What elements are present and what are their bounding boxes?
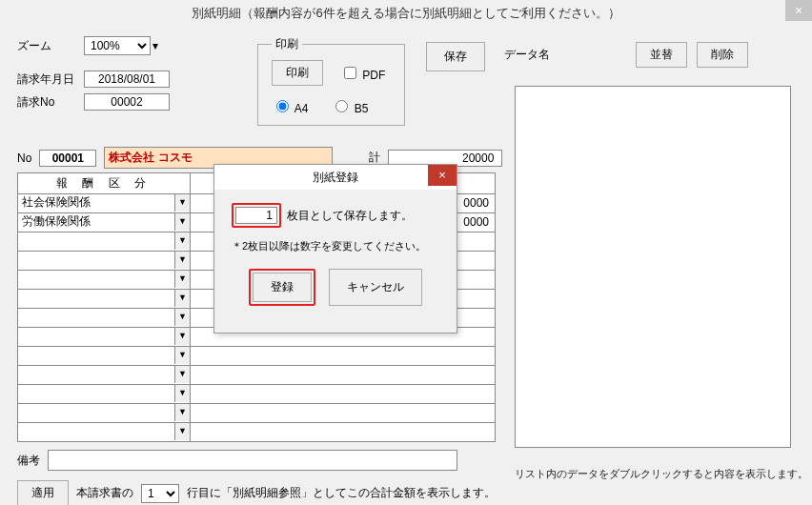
kubun-select[interactable]: 労働保険関係▼ <box>17 213 191 232</box>
chevron-down-icon[interactable]: ▼ <box>174 194 190 212</box>
amount-cell[interactable] <box>191 347 496 366</box>
kubun-select[interactable]: ▼ <box>17 385 191 404</box>
kubun-select[interactable]: ▼ <box>17 347 191 366</box>
chevron-down-icon[interactable]: ▼ <box>174 213 190 231</box>
delete-button[interactable]: 削除 <box>697 42 748 68</box>
dialog-note: ＊2枚目以降は数字を変更してください。 <box>232 239 439 253</box>
print-legend: 印刷 <box>272 36 302 52</box>
register-highlight: 登録 <box>249 269 315 306</box>
close-icon[interactable]: × <box>785 0 812 21</box>
pdf-checkbox[interactable] <box>344 67 356 79</box>
window-titlebar: 別紙明細（報酬内容が6件を超える場合に別紙明細としてご利用ください。） × <box>0 0 812 27</box>
amount-cell[interactable] <box>191 404 496 423</box>
header-kubun: 報 酬 区 分 <box>17 172 191 194</box>
biko-label: 備考 <box>17 453 40 469</box>
chevron-down-icon[interactable]: ▼ <box>174 347 190 364</box>
biko-input[interactable] <box>48 450 457 471</box>
kubun-select[interactable]: ▼ <box>17 271 191 290</box>
bottom-text-b: 行目に「別紙明細参照」としてこの合計金額を表示します。 <box>187 485 496 501</box>
print-group: 印刷 印刷 PDF A4 B5 <box>257 36 405 126</box>
chevron-down-icon[interactable]: ▼ <box>174 328 190 345</box>
b5-radio-label[interactable]: B5 <box>331 97 368 115</box>
chevron-down-icon[interactable]: ▾ <box>152 39 158 52</box>
no-label: No <box>17 152 31 165</box>
dialog-titlebar: 別紙登録 × <box>214 165 457 190</box>
no-value[interactable]: 00001 <box>39 150 96 167</box>
kubun-select[interactable]: ▼ <box>17 328 191 347</box>
zoom-select[interactable]: 100% <box>84 36 151 55</box>
chevron-down-icon[interactable]: ▼ <box>174 404 190 421</box>
sort-button[interactable]: 並替 <box>636 42 687 68</box>
chevron-down-icon[interactable]: ▼ <box>174 385 190 402</box>
chevron-down-icon[interactable]: ▼ <box>174 271 190 288</box>
amount-cell[interactable] <box>191 385 496 404</box>
line-select[interactable]: 1 <box>141 484 179 503</box>
dialog-title: 別紙登録 <box>313 171 358 184</box>
kubun-select[interactable]: 社会保険関係▼ <box>17 194 191 213</box>
a4-radio-label[interactable]: A4 <box>272 97 308 115</box>
kubun-select[interactable]: ▼ <box>17 366 191 385</box>
b5-radio[interactable] <box>335 100 348 112</box>
amount-cell[interactable] <box>191 423 496 442</box>
seikyu-no-input[interactable] <box>84 93 170 111</box>
a4-radio[interactable] <box>276 100 289 112</box>
cancel-button[interactable]: キャンセル <box>329 269 422 306</box>
register-dialog: 別紙登録 × 枚目として保存します。 ＊2枚目以降は数字を変更してください。 登… <box>213 164 457 333</box>
chevron-down-icon[interactable]: ▼ <box>174 423 190 440</box>
list-hint: リスト内のデータをダブルクリックすると内容を表示します。 <box>515 467 808 481</box>
zoom-label: ズーム <box>17 38 84 54</box>
seikyu-date-label: 請求年月日 <box>17 71 84 88</box>
chevron-down-icon[interactable]: ▼ <box>174 366 190 383</box>
sheet-number-suffix: 枚目として保存します。 <box>287 208 413 224</box>
sheet-number-input[interactable] <box>235 207 277 224</box>
seikyu-no-label: 請求No <box>17 94 84 111</box>
chevron-down-icon[interactable]: ▼ <box>174 252 190 269</box>
register-button[interactable]: 登録 <box>253 273 312 302</box>
kubun-select[interactable]: ▼ <box>17 232 191 252</box>
save-button[interactable]: 保存 <box>426 42 485 71</box>
kubun-select[interactable]: ▼ <box>17 290 191 309</box>
chevron-down-icon[interactable]: ▼ <box>174 232 190 250</box>
kubun-select[interactable]: ▼ <box>17 423 191 442</box>
dialog-close-icon[interactable]: × <box>428 165 457 186</box>
seikyu-date-input[interactable] <box>84 71 170 88</box>
pdf-checkbox-label[interactable]: PDF <box>340 64 385 82</box>
kubun-select[interactable]: ▼ <box>17 309 191 328</box>
chevron-down-icon[interactable]: ▼ <box>174 290 190 307</box>
data-name-label: データ名 <box>504 47 550 63</box>
amount-cell[interactable] <box>191 366 496 385</box>
window-title: 別紙明細（報酬内容が6件を超える場合に別紙明細としてご利用ください。） <box>192 6 619 20</box>
sheet-number-highlight <box>232 203 281 228</box>
apply-button[interactable]: 適用 <box>17 480 69 505</box>
data-list[interactable] <box>515 86 791 448</box>
chevron-down-icon[interactable]: ▼ <box>174 309 190 326</box>
kubun-select[interactable]: ▼ <box>17 404 191 423</box>
print-button[interactable]: 印刷 <box>272 60 323 86</box>
bottom-text-a: 本請求書の <box>76 485 133 501</box>
kubun-select[interactable]: ▼ <box>17 252 191 271</box>
